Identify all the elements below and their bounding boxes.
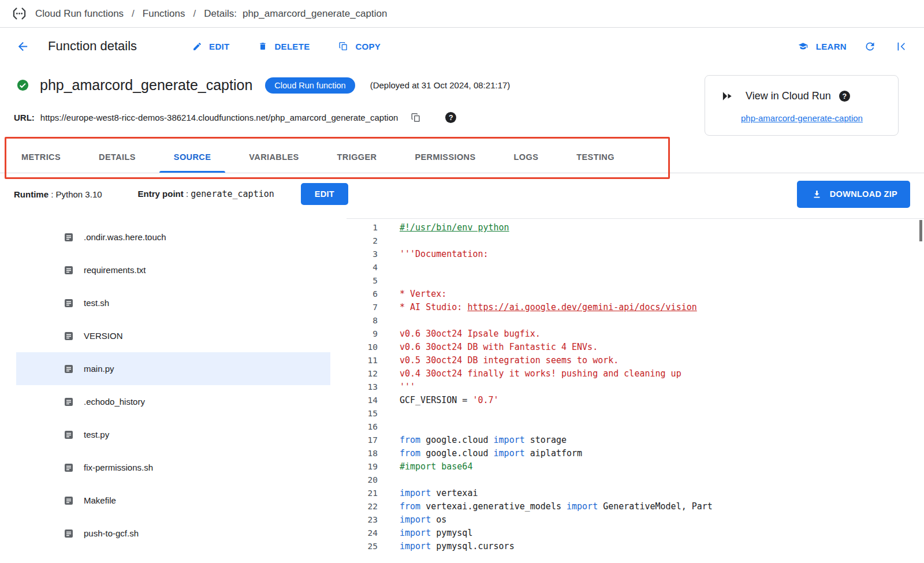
run-card-title-row: View in Cloud Run ? [718, 87, 885, 105]
runtime-label: Runtime [14, 189, 49, 199]
file-name: fix-permissions.sh [84, 463, 153, 472]
file-name: requirements.txt [84, 265, 146, 275]
copy-url-button[interactable] [408, 110, 423, 125]
file-icon [64, 364, 74, 374]
file-item[interactable]: .ondir.was.here.touch [16, 221, 330, 253]
tab-logs[interactable]: LOGS [495, 141, 558, 173]
line-number: 7 [346, 301, 378, 314]
code-text: * AI Studio: https://ai.google.dev/gemin… [400, 301, 697, 314]
code-scrollbar-thumb[interactable] [919, 220, 922, 241]
cloud-run-help-icon[interactable]: ? [839, 91, 850, 102]
file-item[interactable]: push-to-gcf.sh [16, 517, 330, 550]
back-button[interactable] [14, 38, 32, 55]
line-number: 10 [346, 341, 378, 354]
breadcrumb: Cloud Run functions / Functions / Detail… [0, 0, 924, 28]
collapse-panel-button[interactable] [893, 38, 910, 55]
file-item[interactable]: main.py [16, 352, 330, 385]
refresh-button[interactable] [862, 38, 878, 55]
code-line: 19#import base64 [346, 460, 924, 473]
tab-permissions[interactable]: PERMISSIONS [396, 141, 494, 173]
file-item[interactable]: test.py [16, 418, 330, 451]
edit-source-button[interactable]: EDIT [301, 183, 348, 205]
line-number: 23 [346, 513, 378, 527]
copy-icon [411, 112, 421, 123]
tab-metrics[interactable]: METRICS [2, 141, 80, 173]
download-zip-label: DOWNLOAD ZIP [830, 189, 897, 199]
code-line: 22from vertexai.generative_models import… [346, 500, 924, 513]
code-text: import pymysql.cursors [400, 540, 515, 553]
line-number: 18 [346, 447, 378, 460]
file-item[interactable]: VERSION [16, 319, 330, 352]
file-item[interactable]: fix-permissions.sh [16, 451, 330, 484]
entry-point-label: Entry point [138, 189, 184, 199]
code-text: import pymysql [400, 527, 472, 540]
copy-icon [336, 39, 351, 54]
code-text: from google.cloud import aiplatform [400, 447, 582, 460]
code-line: 5 [346, 274, 924, 288]
code-text: v0.6 30oct24 DB with Fantastic 4 ENVs. [400, 341, 598, 354]
breadcrumb-app[interactable]: Cloud Run functions [35, 8, 124, 20]
code-text: #import base64 [400, 460, 472, 473]
file-icon [64, 430, 74, 440]
line-number: 25 [346, 540, 378, 553]
trash-icon [256, 39, 270, 54]
breadcrumb-functions[interactable]: Functions [143, 8, 185, 20]
breadcrumb-separator: / [193, 8, 196, 20]
toolbar-right: LEARN [795, 38, 910, 55]
delete-label: DELETE [274, 42, 310, 51]
code-line: 8 [346, 314, 924, 327]
tab-testing[interactable]: TESTING [557, 141, 634, 173]
code-line: 1#!/usr/bin/env python [346, 221, 924, 234]
tab-details[interactable]: DETAILS [80, 141, 155, 173]
toolbar-actions: EDIT DELETE COPY [190, 39, 381, 54]
file-item[interactable]: Makefile [16, 484, 330, 517]
file-item[interactable]: test.sh [16, 286, 330, 319]
line-number: 24 [346, 527, 378, 540]
run-card-title: View in Cloud Run [746, 90, 831, 102]
download-zip-button[interactable]: DOWNLOAD ZIP [797, 181, 910, 208]
url-label: URL: [14, 113, 35, 122]
copy-button[interactable]: COPY [336, 39, 381, 54]
line-number: 4 [346, 261, 378, 274]
code-line: 7* AI Studio: https://ai.google.dev/gemi… [346, 301, 924, 314]
copy-label: COPY [355, 42, 381, 51]
code-scrollbar[interactable] [919, 220, 922, 563]
code-line: 9v0.6 30oct24 Ipsale bugfix. [346, 327, 924, 341]
code-line: 10v0.6 30oct24 DB with Fantastic 4 ENVs. [346, 341, 924, 354]
line-number: 1 [346, 221, 378, 234]
breadcrumb-function-name: php_amarcord_generate_caption [243, 8, 387, 20]
file-item[interactable]: .echodo_history [16, 385, 330, 418]
source-area: .ondir.was.here.touchrequirements.txttes… [0, 215, 924, 563]
line-number: 5 [346, 274, 378, 288]
code-text: ''' [400, 381, 415, 394]
code-line: 23import os [346, 513, 924, 527]
tab-trigger[interactable]: TRIGGER [318, 141, 396, 173]
file-item[interactable]: requirements.txt [16, 253, 330, 286]
file-icon [64, 265, 74, 275]
line-number: 2 [346, 234, 378, 248]
function-details-toolbar: Function details EDIT DELETE COPY LEAR [0, 28, 924, 65]
tab-source[interactable]: SOURCE [155, 141, 230, 173]
url-value: https://europe-west8-ricc-demos-386214.c… [40, 113, 398, 122]
breadcrumb-separator: / [132, 8, 135, 20]
download-icon [810, 187, 824, 202]
tabs: METRICSDETAILSSOURCEVARIABLESTRIGGERPERM… [0, 141, 924, 173]
file-name: push-to-gcf.sh [84, 528, 139, 538]
code-line: 21import vertexai [346, 487, 924, 500]
file-name: main.py [84, 364, 114, 374]
code-text: * Vertex: [400, 288, 446, 301]
code-editor[interactable]: 1#!/usr/bin/env python23'''Documentation… [346, 218, 924, 563]
cloud-run-icon [718, 87, 737, 105]
file-tree: .ondir.was.here.touchrequirements.txttes… [0, 215, 346, 563]
learn-icon [795, 39, 811, 54]
file-icon [64, 397, 74, 407]
learn-button[interactable]: LEARN [795, 39, 847, 54]
delete-button[interactable]: DELETE [256, 39, 310, 54]
edit-button[interactable]: EDIT [190, 39, 229, 54]
url-help-icon[interactable]: ? [445, 112, 456, 123]
tab-variables[interactable]: VARIABLES [230, 141, 318, 173]
cloud-run-service-link[interactable]: php-amarcord-generate-caption [741, 113, 863, 123]
code-line: 18from google.cloud import aiplatform [346, 447, 924, 460]
line-number: 9 [346, 327, 378, 341]
line-number: 21 [346, 487, 378, 500]
